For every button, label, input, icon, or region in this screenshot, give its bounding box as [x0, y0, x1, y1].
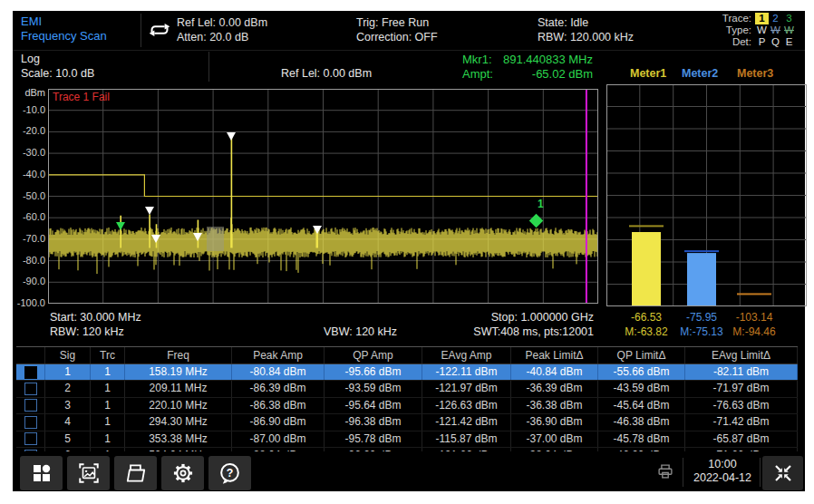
collapse-toolbar-button[interactable] [762, 456, 803, 490]
table-row[interactable]: 41294.30 MHz-86.90 dBm-96.38 dBm-121.42 … [16, 414, 798, 431]
table-cell: 5 [45, 431, 91, 447]
sweep-time-readout: SWT:408 ms, pts:12001 [412, 325, 594, 338]
marker1-freq-readout: Mkr1: 891.440833 MHz [462, 53, 593, 66]
trace-legend-row-det: Det: P Q E [722, 36, 796, 48]
row-checkbox[interactable] [24, 416, 37, 429]
gear-icon [171, 461, 195, 485]
table-cell: -40.84 dBm [511, 364, 598, 380]
svg-text:?: ? [227, 466, 234, 479]
table-cell: -82.11 dBm [685, 364, 798, 380]
meter-readout-max: M:-94.46 [713, 325, 795, 338]
trace-2-selector[interactable]: 2 [769, 13, 782, 24]
table-row[interactable]: 51353.38 MHz-87.00 dBm-95.78 dBm-115.87 … [16, 431, 798, 448]
table-cell: -86.39 dBm [232, 381, 325, 396]
meter-bar [632, 232, 661, 306]
table-header-cell: EAvg Amp [422, 347, 511, 363]
help-button[interactable]: ? [208, 456, 251, 490]
trace-2-detector[interactable]: Q [769, 36, 782, 48]
trace-1-selector[interactable]: 1 [755, 13, 769, 24]
folder-file-icon [124, 461, 148, 485]
header-divider [141, 14, 141, 47]
table-cell: -88.04 dBm [232, 448, 325, 451]
y-axis-tick: -80.0 [13, 255, 45, 266]
table-header-cell: Peak Amp [232, 347, 325, 363]
ref-level-center-readout: Ref Lel: 0.00 dBm [281, 67, 372, 80]
continuous-sweep-icon[interactable] [145, 18, 174, 45]
tab-meter1[interactable]: Meter1 [630, 67, 666, 80]
row-checkbox[interactable] [24, 366, 37, 379]
table-row[interactable]: 61504.04 MHz-88.04 dBm-96.20 dBm-121.66 … [16, 448, 798, 451]
screenshot-stage: EMI Frequency Scan Ref Lel: 0.00 dBm Att… [0, 0, 814, 504]
row-checkbox[interactable] [24, 383, 37, 395]
y-axis-unit: dBm [13, 87, 45, 98]
table-cell: -37.00 dBm [511, 431, 598, 447]
rbw-bottom-readout: RBW: 120 kHz [50, 325, 124, 338]
file-manager-button[interactable] [114, 456, 157, 490]
printer-status-icon [655, 461, 675, 485]
table-cell: -45.78 dBm [598, 431, 685, 447]
row-checkbox[interactable] [24, 399, 37, 412]
trace-label: Trace: [722, 13, 751, 24]
tab-meter3[interactable]: Meter3 [737, 67, 773, 80]
subheader-divider [208, 52, 209, 82]
y-axis-tick: -30.0 [13, 147, 45, 158]
screenshot-button[interactable] [67, 456, 110, 490]
table-cell: -71.97 dBm [685, 381, 798, 396]
trace-2-type[interactable]: W [769, 24, 782, 36]
table-cell: -45.64 dBm [598, 398, 685, 413]
table-cell: -95.78 dBm [325, 431, 422, 447]
table-cell: -121.42 dBm [422, 414, 511, 430]
table-cell: -38.04 dBm [511, 448, 598, 451]
ampt-value: -65.02 dBm [532, 67, 593, 81]
y-axis-tick: -100.0 [13, 297, 45, 308]
screenshot-icon [77, 461, 101, 485]
table-cell: 294.30 MHz [125, 414, 232, 430]
table-cell: -121.97 dBm [422, 381, 511, 396]
trace-3-detector[interactable]: E [782, 36, 796, 48]
trace-3-selector[interactable]: 3 [782, 13, 796, 24]
table-cell: -65.87 dBm [685, 431, 798, 447]
table-cell: -95.64 dBm [325, 398, 422, 413]
table-cell: -87.00 dBm [232, 431, 325, 447]
mkr1-value: 891.440833 MHz [503, 53, 593, 66]
meter-max-line [737, 293, 771, 295]
table-cell: 1 [45, 364, 91, 380]
row-checkbox[interactable] [24, 432, 37, 445]
table-cell: 2 [45, 381, 91, 396]
clock-time: 10:00 [683, 458, 761, 471]
table-header-cell: Sig [45, 347, 91, 363]
signal-table[interactable]: SigTrcFreqPeak AmpQP AmpEAvg AmpPeak Lim… [16, 346, 798, 451]
table-row[interactable]: 31220.10 MHz-86.38 dBm-95.64 dBm-126.63 … [16, 398, 798, 414]
row-checkbox-cell [16, 381, 45, 396]
trace-fail-warning: Trace 1 Fail [53, 91, 110, 103]
tab-meter2[interactable]: Meter2 [682, 67, 718, 80]
row-checkbox-cell [16, 431, 45, 447]
table-cell: -36.39 dBm [511, 381, 598, 396]
table-cell: -122.11 dBm [422, 364, 511, 380]
apps-grid-icon [31, 462, 53, 484]
table-cell: 220.10 MHz [125, 398, 232, 413]
help-icon: ? [218, 461, 242, 486]
settings-button[interactable] [161, 456, 204, 490]
table-header-cell: Peak LimitΔ [511, 347, 598, 363]
table-row[interactable]: 11158.19 MHz-80.84 dBm-95.66 dBm-122.11 … [16, 364, 798, 381]
trace-legend: Trace: 1 2 3 Type: W W W Det: P Q E [722, 13, 796, 48]
table-cell: -96.20 dBm [325, 448, 422, 451]
table-cell: 158.19 MHz [125, 364, 232, 380]
trigger-readout: Trig: Free Run [356, 15, 438, 30]
table-cell: -126.63 dBm [422, 398, 511, 413]
row-checkbox[interactable] [24, 450, 37, 451]
table-row[interactable]: 21209.11 MHz-86.39 dBm-93.59 dBm-121.97 … [16, 381, 798, 397]
trace-1-type[interactable]: W [755, 24, 769, 36]
table-cell: -95.66 dBm [325, 364, 422, 380]
spectrum-plot[interactable] [48, 89, 598, 304]
trace-1-detector[interactable]: P [755, 36, 769, 48]
meter-readout-value: -103.14 [713, 311, 795, 324]
collapse-arrows-icon [772, 462, 794, 484]
trace-3-type[interactable]: W [782, 24, 796, 36]
ampt-label: Ampt: [462, 67, 493, 81]
y-axis-tick: -90.0 [13, 276, 45, 286]
row-checkbox-cell [16, 398, 45, 413]
trace-legend-row-type: Type: W W W [722, 24, 796, 36]
apps-menu-button[interactable] [20, 456, 63, 490]
